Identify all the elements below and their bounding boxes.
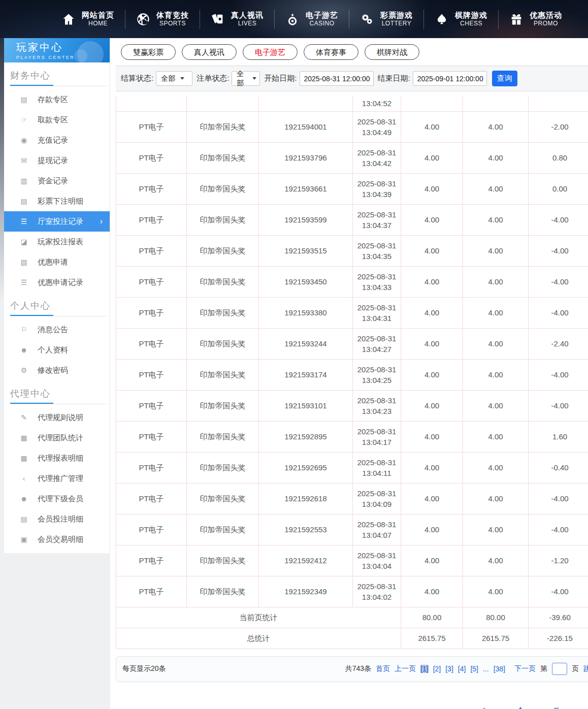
page-summary-row: 当前页统计80.0080.00-39.60 (116, 607, 588, 628)
nav-item-home[interactable]: 网站首页 HOME (51, 11, 125, 28)
prev-page-link[interactable]: 上一页 (395, 664, 416, 673)
start-date-input[interactable] (300, 71, 374, 86)
bet-amount-cell: 4.00 (401, 266, 463, 297)
tab-体育赛事[interactable]: 体育赛事 (304, 44, 358, 60)
nav-item-promo[interactable]: 优惠活动 PROMO (499, 11, 573, 28)
settle-status-select[interactable]: 全部 (156, 71, 192, 86)
sidebar-item-label: 会员投注明细 (38, 514, 83, 524)
summary-label-cell: 当前页统计 (116, 607, 401, 628)
sidebar-item-agent-rules[interactable]: ✎代理规则说明 (4, 407, 110, 428)
bet-time-cell: 2025-08-3113:04:42 (353, 142, 401, 173)
nav-item-lottery[interactable]: 彩票游戏 LOTTERY (349, 11, 423, 28)
page-link-2[interactable]: [2] (433, 665, 441, 673)
nav-item-sports[interactable]: 体育竞技 SPORTS (125, 11, 200, 28)
bet-id-cell: 1921593450 (259, 266, 353, 297)
sidebar-item-agent-report-detail[interactable]: ▦代理报表明细 (4, 448, 110, 468)
sidebar-item-member-transaction-detail[interactable]: ▣会员交易明细 (4, 529, 110, 550)
nav-item-casino[interactable]: 电子游艺 CASINO (275, 11, 349, 28)
bet-time-cell: 2025-08-3113:04:31 (353, 297, 401, 328)
sidebar-item-agent-team-stats[interactable]: ▦代理团队统计 (4, 428, 110, 448)
nav-item-lives[interactable]: 真人视讯 LIVES (200, 11, 274, 28)
sidebar-item-agent-sub-members[interactable]: ☻代理下级会员 (4, 489, 110, 509)
valid-amount-cell: 4.00 (463, 266, 529, 297)
sidebar-item-label: 会员交易明细 (38, 535, 83, 544)
valid-amount-cell: 4.00 (463, 359, 529, 390)
win-loss-cell (529, 96, 588, 111)
sidebar-item-hall-bet-record[interactable]: ☰厅室投注记录› (4, 211, 110, 232)
nav-label-zh: 真人视讯 (231, 11, 264, 20)
tab-真人视讯[interactable]: 真人视讯 (182, 44, 237, 60)
sidebar-item-withdraw[interactable]: ☞取款专区 (4, 110, 110, 130)
win-loss-cell: -4.00 (529, 266, 588, 297)
sidebar-item-withdrawal-record[interactable]: ✉提现记录 (4, 150, 110, 171)
game-type-cell: PT电子 (116, 204, 187, 235)
sidebar-item-deposit[interactable]: ▤存款专区 (4, 89, 110, 110)
sidebar-item-player-bet-report[interactable]: ◪玩家投注报表 (4, 232, 110, 252)
sidebar-item-change-password[interactable]: ⚙修改密码 (4, 360, 110, 380)
end-date-label: 结束日期: (378, 74, 410, 83)
sidebar-item-agent-promotion[interactable]: ‹代理推广管理 (4, 468, 110, 489)
valid-amount-cell: 4.00 (463, 452, 529, 483)
game-type-cell: PT电子 (116, 452, 187, 483)
win-loss-cell: -4.00 (529, 204, 588, 235)
sidebar-item-funds-record[interactable]: ▥资金记录 (4, 171, 110, 191)
nav-label-en: SPORTS (159, 20, 186, 27)
page-link-4[interactable]: [4] (458, 665, 466, 673)
sidebar-item-member-bet-detail[interactable]: ▤会员投注明细 (4, 509, 110, 529)
game-name-cell: 印加帝国头奖 (187, 235, 259, 266)
sidebar-item-recharge-record[interactable]: ◉充值记录 (4, 130, 110, 150)
bet-id-cell: 1921593174 (259, 359, 353, 390)
nav-label-zh: 网站首页 (82, 11, 114, 20)
next-page-link[interactable]: 下一页 (514, 664, 536, 673)
bet-id-cell: 1921593244 (259, 328, 353, 359)
left-edge-shadow (0, 38, 4, 302)
game-type-cell: PT电子 (116, 514, 187, 545)
bet-amount-cell: 4.00 (401, 173, 463, 204)
sidebar-item-promo-apply[interactable]: ▧优惠申请 (4, 252, 110, 272)
table-row: PT电子印加帝国头奖19215924122025-08-3113:04:044.… (116, 545, 588, 576)
sidebar-item-announcement[interactable]: ⚐消息公告 (4, 319, 110, 340)
underline-rule (10, 404, 107, 404)
summary-label-cell: 总统计 (116, 628, 401, 649)
tab-雙赢彩票[interactable]: 雙赢彩票 (121, 44, 176, 60)
jump-link[interactable]: 跳转 (583, 664, 588, 673)
players-center-subtitle: PLAYERS CENTER (16, 55, 110, 60)
nav-label-en: CHESS (460, 20, 482, 27)
end-date-input[interactable] (413, 71, 487, 86)
order-status-select[interactable]: 全部 (232, 71, 260, 86)
tab-电子游艺[interactable]: 电子游艺 (243, 44, 298, 60)
game-name-cell: 印加帝国头奖 (187, 297, 259, 328)
order-status-value: 全部 (237, 70, 250, 88)
sidebar-item-lottery-bet-detail[interactable]: ▤彩票下注明细 (4, 191, 110, 211)
section-underline (4, 85, 110, 86)
win-loss-cell: 0.80 (529, 142, 588, 173)
table-row: PT电子印加帝国头奖19215932442025-08-3113:04:274.… (116, 328, 588, 359)
nav-label-en: CASINO (309, 20, 334, 27)
win-loss-cell: -1.20 (529, 545, 588, 576)
page-link-5[interactable]: [5] (470, 665, 478, 673)
nav-item-chess[interactable]: 棋牌游戏 CHESS (424, 11, 498, 28)
roulette-icon (285, 12, 300, 26)
page-link-3[interactable]: [3] (445, 665, 453, 673)
bet-amount-cell: 4.00 (401, 359, 463, 390)
settle-status-value: 全部 (161, 74, 175, 83)
table-row: PT电子印加帝国头奖19215926182025-08-3113:04:094.… (116, 483, 588, 514)
page-link-38[interactable]: [38] (494, 665, 505, 673)
bet-amount-cell: 4.00 (401, 576, 463, 607)
sidebar-item-promo-apply-record[interactable]: ☰优惠申请记录 (4, 272, 110, 293)
sidebar-item-profile[interactable]: ☻个人资料 (4, 340, 110, 360)
player-bet-report-icon: ◪ (19, 238, 28, 246)
sidebar-item-label: 提现记录 (38, 156, 68, 166)
table-row: PT电子印加帝国头奖19215935152025-08-3113:04:354.… (116, 235, 588, 266)
bet-id-cell (259, 96, 353, 111)
valid-amount-cell: 4.00 (463, 235, 529, 266)
query-button[interactable]: 查询 (492, 71, 517, 86)
game-category-tabs: 雙赢彩票真人视讯电子游艺体育赛事棋牌对战 (116, 44, 588, 60)
page-link-1[interactable]: [1] (420, 665, 429, 673)
agent-sub-members-icon: ☻ (19, 495, 28, 503)
jump-page-input[interactable] (552, 663, 567, 675)
first-page-link[interactable]: 首页 (376, 664, 390, 673)
tab-棋牌对战[interactable]: 棋牌对战 (365, 44, 419, 60)
game-type-cell: PT电子 (116, 142, 187, 173)
nav-label-zh: 优惠活动 (530, 11, 562, 20)
